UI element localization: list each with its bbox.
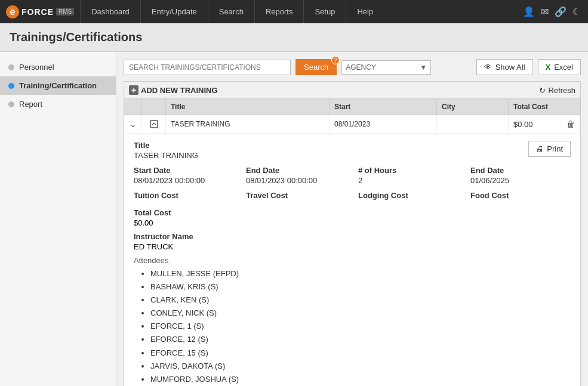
trainings-table: + ADD NEW TRAINING ↻ Refresh Title Start… [124, 81, 581, 386]
edit-icon [149, 119, 159, 129]
print-label: Print [547, 144, 563, 153]
row-total-cost: $0.00 🗑 [509, 115, 580, 133]
refresh-icon: ↻ [539, 86, 546, 95]
col-city: City [437, 99, 509, 115]
food-label: Food Cost [470, 191, 571, 200]
row-start: 08/01/2023 [330, 115, 437, 133]
attendee-item: EFORCE, 1 (S) [150, 320, 571, 333]
refresh-button[interactable]: ↻ Refresh [539, 86, 575, 95]
detail-fields-grid: Start Date 08/01/2023 00:00:00 End Date … [134, 166, 571, 201]
row-city [437, 115, 509, 133]
total-cost-value: $0.00 [134, 218, 153, 227]
nav-setup[interactable]: Setup [303, 0, 346, 23]
add-training-button[interactable]: + ADD NEW TRAINING [129, 85, 218, 95]
main-layout: Personnel Training/Certification Report … [0, 52, 588, 386]
detail-instructor-section: Instructor Name ED TRUCK [134, 232, 571, 251]
title-field-value: TASER TRAINING [134, 151, 198, 160]
excel-label: Excel [554, 63, 573, 72]
person-icon[interactable]: 👤 [523, 6, 535, 17]
link-icon[interactable]: 🔗 [555, 6, 567, 17]
nav-reports[interactable]: Reports [254, 0, 304, 23]
detail-header: Title TASER TRAINING 🖨 Print [134, 141, 571, 160]
agency-select[interactable]: AGENCY ▼ [341, 60, 431, 75]
search-bar: Search ? AGENCY ▼ 👁 Show All X Excel [124, 59, 581, 75]
nav-help[interactable]: Help [346, 0, 384, 23]
end-date-label: End Date [246, 166, 346, 175]
sidebar-label-personnel: Personnel [19, 63, 54, 72]
agency-chevron-icon: ▼ [420, 63, 427, 72]
sidebar-label-report: Report [19, 100, 42, 109]
sidebar-dot-training [8, 83, 14, 89]
sidebar-dot-report [8, 101, 14, 107]
detail-tuition: Tuition Cost [134, 191, 234, 201]
sidebar: Personnel Training/Certification Report [0, 52, 116, 386]
eye-icon: 👁 [484, 63, 492, 72]
attendee-item: EFORCE, 15 (S) [150, 347, 571, 360]
plus-icon: + [129, 85, 138, 95]
logo-area: e FORCE RMS [0, 0, 80, 23]
table-row: ⌄ TASER TRAINING 08/01/2023 $0.00 🗑 [124, 115, 580, 134]
logo-rms: RMS [56, 8, 74, 16]
nav-entry-update[interactable]: Entry/Update [140, 0, 208, 23]
sidebar-item-report[interactable]: Report [0, 95, 116, 113]
nav-items: Dashboard Entry/Update Search Reports Se… [80, 0, 516, 23]
page-title: Trainings/Certifications [10, 30, 578, 44]
col-total-cost: Total Cost [509, 99, 580, 115]
moon-icon[interactable]: ☾ [572, 6, 581, 17]
attendee-item: CLARK, KEN (S) [150, 294, 571, 307]
detail-title-section: Title TASER TRAINING [134, 141, 198, 160]
attendees-list: MULLEN, JESSE (EFPD)BASHAW, KRIS (S)CLAR… [134, 267, 571, 386]
sidebar-label-training: Training/Certification [19, 81, 97, 90]
col-expand [124, 99, 142, 115]
excel-button[interactable]: X Excel [538, 59, 581, 75]
detail-hours: # of Hours 2 [358, 166, 458, 185]
print-icon: 🖨 [536, 144, 544, 153]
top-navigation: e FORCE RMS Dashboard Entry/Update Searc… [0, 0, 588, 23]
travel-label: Travel Cost [246, 191, 346, 200]
nav-right-icons: 👤 ✉ 🔗 ☾ [516, 6, 588, 17]
sidebar-dot-personnel [8, 64, 14, 70]
start-date-value: 08/01/2023 00:00:00 [134, 176, 205, 185]
nav-dashboard[interactable]: Dashboard [80, 0, 140, 23]
refresh-label: Refresh [548, 86, 575, 95]
mail-icon[interactable]: ✉ [541, 6, 549, 17]
detail-lodging: Lodging Cost [358, 191, 458, 201]
hours-label: # of Hours [358, 166, 458, 175]
expand-button[interactable]: ⌄ [124, 115, 142, 133]
instructor-label: Instructor Name [134, 232, 571, 241]
instructor-value: ED TRUCK [134, 242, 173, 251]
search-help-icon: ? [331, 56, 340, 64]
print-button[interactable]: 🖨 Print [528, 141, 571, 157]
row-title: TASER TRAINING [166, 115, 330, 133]
detail-travel: Travel Cost [246, 191, 346, 201]
col-title: Title [166, 99, 330, 115]
agency-label: AGENCY [346, 63, 376, 72]
content-area: Search ? AGENCY ▼ 👁 Show All X Excel + [116, 52, 588, 386]
end-date-2-label: End Date [470, 166, 571, 175]
logo-icon: e [6, 5, 19, 18]
row-cost-value: $0.00 [513, 120, 533, 129]
sidebar-item-training-certification[interactable]: Training/Certification [0, 76, 116, 95]
table-header: Title Start City Total Cost [124, 99, 580, 115]
sidebar-item-personnel[interactable]: Personnel [0, 58, 116, 76]
detail-panel: Title TASER TRAINING 🖨 Print Start Date … [124, 134, 580, 386]
edit-button[interactable] [142, 115, 166, 133]
col-start: Start [330, 99, 437, 115]
nav-search[interactable]: Search [208, 0, 254, 23]
search-button[interactable]: Search ? [295, 59, 337, 75]
search-button-label: Search [304, 63, 328, 72]
attendee-item: CONLEY, NICK (S) [150, 307, 571, 320]
end-date-value: 08/01/2023 00:00:00 [246, 176, 317, 185]
search-input[interactable] [124, 60, 291, 75]
col-edit [142, 99, 166, 115]
show-all-button[interactable]: 👁 Show All [476, 59, 533, 75]
add-training-label: ADD NEW TRAINING [141, 86, 218, 95]
page-header: Trainings/Certifications [0, 23, 588, 52]
attendee-item: JARVIS, DAKOTA (S) [150, 360, 571, 373]
tuition-label: Tuition Cost [134, 191, 234, 200]
hours-value: 2 [358, 176, 362, 185]
attendee-item: MUMFORD, JOSHUA (S) [150, 373, 571, 386]
delete-button[interactable]: 🗑 [567, 119, 575, 129]
training-row-container: ⌄ TASER TRAINING 08/01/2023 $0.00 🗑 [124, 115, 580, 386]
attendee-item: EFORCE, 12 (S) [150, 333, 571, 346]
